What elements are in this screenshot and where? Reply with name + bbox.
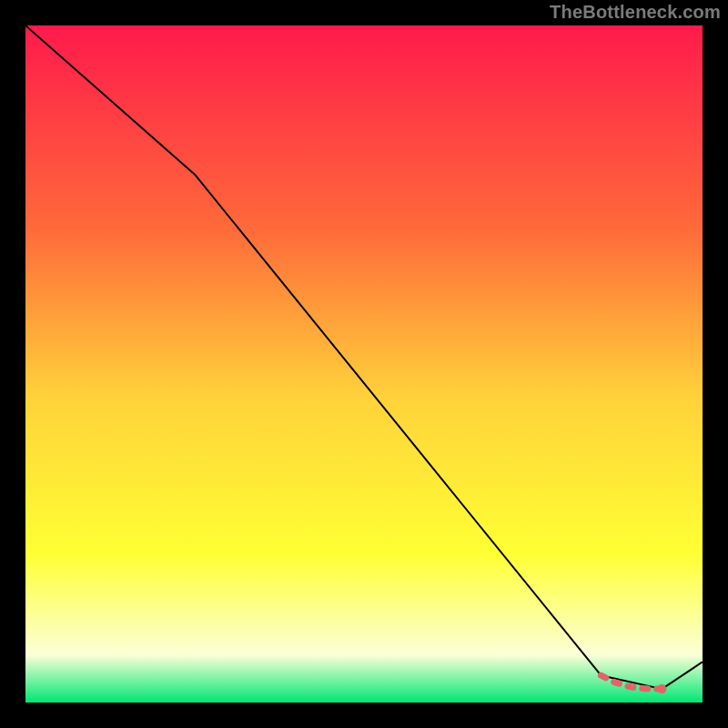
gradient-panel xyxy=(25,25,703,703)
watermark-text: TheBottleneck.com xyxy=(550,2,721,23)
chart-container: TheBottleneck.com xyxy=(0,0,728,728)
plot-area xyxy=(25,25,703,703)
chart-svg xyxy=(25,25,703,703)
sweet-spot-end-dot xyxy=(657,684,666,693)
